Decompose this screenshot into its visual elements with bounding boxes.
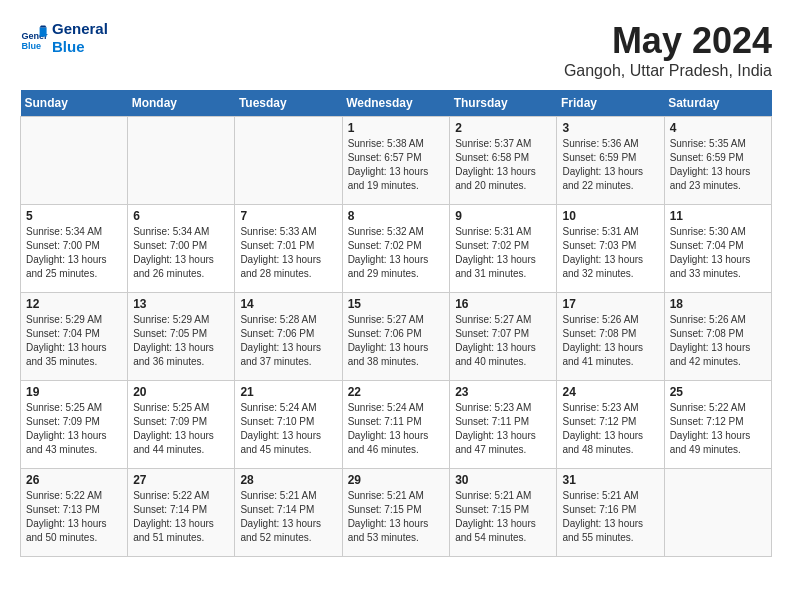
- page-header: General Blue General Blue May 2024 Gango…: [20, 20, 772, 80]
- day-number: 10: [562, 209, 658, 223]
- day-info: Sunrise: 5:21 AM Sunset: 7:14 PM Dayligh…: [240, 489, 336, 545]
- day-info: Sunrise: 5:33 AM Sunset: 7:01 PM Dayligh…: [240, 225, 336, 281]
- calendar-cell: 30Sunrise: 5:21 AM Sunset: 7:15 PM Dayli…: [450, 469, 557, 557]
- day-info: Sunrise: 5:38 AM Sunset: 6:57 PM Dayligh…: [348, 137, 445, 193]
- calendar-cell: 11Sunrise: 5:30 AM Sunset: 7:04 PM Dayli…: [664, 205, 771, 293]
- calendar-cell: [128, 117, 235, 205]
- calendar-cell: 6Sunrise: 5:34 AM Sunset: 7:00 PM Daylig…: [128, 205, 235, 293]
- calendar-cell: 27Sunrise: 5:22 AM Sunset: 7:14 PM Dayli…: [128, 469, 235, 557]
- calendar-week-row: 5Sunrise: 5:34 AM Sunset: 7:00 PM Daylig…: [21, 205, 772, 293]
- day-info: Sunrise: 5:32 AM Sunset: 7:02 PM Dayligh…: [348, 225, 445, 281]
- calendar-cell: 12Sunrise: 5:29 AM Sunset: 7:04 PM Dayli…: [21, 293, 128, 381]
- day-number: 23: [455, 385, 551, 399]
- calendar-cell: 18Sunrise: 5:26 AM Sunset: 7:08 PM Dayli…: [664, 293, 771, 381]
- day-info: Sunrise: 5:28 AM Sunset: 7:06 PM Dayligh…: [240, 313, 336, 369]
- calendar-cell: 21Sunrise: 5:24 AM Sunset: 7:10 PM Dayli…: [235, 381, 342, 469]
- day-number: 3: [562, 121, 658, 135]
- calendar-cell: 10Sunrise: 5:31 AM Sunset: 7:03 PM Dayli…: [557, 205, 664, 293]
- day-number: 15: [348, 297, 445, 311]
- svg-text:Blue: Blue: [21, 41, 41, 51]
- logo: General Blue General Blue: [20, 20, 108, 56]
- day-number: 19: [26, 385, 122, 399]
- calendar-week-row: 12Sunrise: 5:29 AM Sunset: 7:04 PM Dayli…: [21, 293, 772, 381]
- day-number: 22: [348, 385, 445, 399]
- day-number: 12: [26, 297, 122, 311]
- day-number: 7: [240, 209, 336, 223]
- day-info: Sunrise: 5:29 AM Sunset: 7:05 PM Dayligh…: [133, 313, 229, 369]
- calendar-header-row: SundayMondayTuesdayWednesdayThursdayFrid…: [21, 90, 772, 117]
- header-wednesday: Wednesday: [342, 90, 450, 117]
- day-info: Sunrise: 5:27 AM Sunset: 7:07 PM Dayligh…: [455, 313, 551, 369]
- day-info: Sunrise: 5:34 AM Sunset: 7:00 PM Dayligh…: [26, 225, 122, 281]
- day-info: Sunrise: 5:22 AM Sunset: 7:12 PM Dayligh…: [670, 401, 766, 457]
- day-info: Sunrise: 5:22 AM Sunset: 7:14 PM Dayligh…: [133, 489, 229, 545]
- day-number: 27: [133, 473, 229, 487]
- calendar-cell: 4Sunrise: 5:35 AM Sunset: 6:59 PM Daylig…: [664, 117, 771, 205]
- day-info: Sunrise: 5:26 AM Sunset: 7:08 PM Dayligh…: [562, 313, 658, 369]
- calendar-cell: [21, 117, 128, 205]
- calendar-week-row: 1Sunrise: 5:38 AM Sunset: 6:57 PM Daylig…: [21, 117, 772, 205]
- logo-icon: General Blue: [20, 24, 48, 52]
- calendar-cell: 13Sunrise: 5:29 AM Sunset: 7:05 PM Dayli…: [128, 293, 235, 381]
- day-info: Sunrise: 5:22 AM Sunset: 7:13 PM Dayligh…: [26, 489, 122, 545]
- day-info: Sunrise: 5:24 AM Sunset: 7:11 PM Dayligh…: [348, 401, 445, 457]
- day-number: 6: [133, 209, 229, 223]
- svg-marker-3: [40, 25, 47, 27]
- calendar-cell: 24Sunrise: 5:23 AM Sunset: 7:12 PM Dayli…: [557, 381, 664, 469]
- calendar-cell: 28Sunrise: 5:21 AM Sunset: 7:14 PM Dayli…: [235, 469, 342, 557]
- calendar-cell: 16Sunrise: 5:27 AM Sunset: 7:07 PM Dayli…: [450, 293, 557, 381]
- day-number: 11: [670, 209, 766, 223]
- location-subtitle: Gangoh, Uttar Pradesh, India: [564, 62, 772, 80]
- day-number: 14: [240, 297, 336, 311]
- calendar-cell: 2Sunrise: 5:37 AM Sunset: 6:58 PM Daylig…: [450, 117, 557, 205]
- calendar-week-row: 19Sunrise: 5:25 AM Sunset: 7:09 PM Dayli…: [21, 381, 772, 469]
- calendar-cell: 7Sunrise: 5:33 AM Sunset: 7:01 PM Daylig…: [235, 205, 342, 293]
- day-info: Sunrise: 5:31 AM Sunset: 7:03 PM Dayligh…: [562, 225, 658, 281]
- calendar-cell: [664, 469, 771, 557]
- day-number: 2: [455, 121, 551, 135]
- day-info: Sunrise: 5:27 AM Sunset: 7:06 PM Dayligh…: [348, 313, 445, 369]
- day-info: Sunrise: 5:34 AM Sunset: 7:00 PM Dayligh…: [133, 225, 229, 281]
- calendar-cell: [235, 117, 342, 205]
- header-sunday: Sunday: [21, 90, 128, 117]
- day-number: 20: [133, 385, 229, 399]
- day-number: 1: [348, 121, 445, 135]
- day-info: Sunrise: 5:36 AM Sunset: 6:59 PM Dayligh…: [562, 137, 658, 193]
- calendar-cell: 5Sunrise: 5:34 AM Sunset: 7:00 PM Daylig…: [21, 205, 128, 293]
- day-info: Sunrise: 5:23 AM Sunset: 7:11 PM Dayligh…: [455, 401, 551, 457]
- calendar-week-row: 26Sunrise: 5:22 AM Sunset: 7:13 PM Dayli…: [21, 469, 772, 557]
- day-info: Sunrise: 5:37 AM Sunset: 6:58 PM Dayligh…: [455, 137, 551, 193]
- day-number: 5: [26, 209, 122, 223]
- logo-text-blue: Blue: [52, 38, 108, 56]
- day-number: 25: [670, 385, 766, 399]
- day-info: Sunrise: 5:21 AM Sunset: 7:15 PM Dayligh…: [348, 489, 445, 545]
- day-number: 16: [455, 297, 551, 311]
- day-info: Sunrise: 5:29 AM Sunset: 7:04 PM Dayligh…: [26, 313, 122, 369]
- calendar-cell: 9Sunrise: 5:31 AM Sunset: 7:02 PM Daylig…: [450, 205, 557, 293]
- title-block: May 2024 Gangoh, Uttar Pradesh, India: [564, 20, 772, 80]
- day-info: Sunrise: 5:35 AM Sunset: 6:59 PM Dayligh…: [670, 137, 766, 193]
- day-number: 18: [670, 297, 766, 311]
- calendar-cell: 31Sunrise: 5:21 AM Sunset: 7:16 PM Dayli…: [557, 469, 664, 557]
- day-number: 31: [562, 473, 658, 487]
- svg-marker-2: [40, 28, 47, 37]
- calendar-cell: 29Sunrise: 5:21 AM Sunset: 7:15 PM Dayli…: [342, 469, 450, 557]
- calendar-cell: 19Sunrise: 5:25 AM Sunset: 7:09 PM Dayli…: [21, 381, 128, 469]
- day-number: 30: [455, 473, 551, 487]
- day-info: Sunrise: 5:30 AM Sunset: 7:04 PM Dayligh…: [670, 225, 766, 281]
- day-number: 9: [455, 209, 551, 223]
- day-info: Sunrise: 5:25 AM Sunset: 7:09 PM Dayligh…: [26, 401, 122, 457]
- calendar-cell: 15Sunrise: 5:27 AM Sunset: 7:06 PM Dayli…: [342, 293, 450, 381]
- calendar-cell: 23Sunrise: 5:23 AM Sunset: 7:11 PM Dayli…: [450, 381, 557, 469]
- month-year-title: May 2024: [564, 20, 772, 62]
- day-number: 4: [670, 121, 766, 135]
- header-thursday: Thursday: [450, 90, 557, 117]
- calendar-cell: 20Sunrise: 5:25 AM Sunset: 7:09 PM Dayli…: [128, 381, 235, 469]
- day-number: 21: [240, 385, 336, 399]
- day-number: 28: [240, 473, 336, 487]
- day-info: Sunrise: 5:21 AM Sunset: 7:15 PM Dayligh…: [455, 489, 551, 545]
- calendar-table: SundayMondayTuesdayWednesdayThursdayFrid…: [20, 90, 772, 557]
- day-info: Sunrise: 5:25 AM Sunset: 7:09 PM Dayligh…: [133, 401, 229, 457]
- day-info: Sunrise: 5:23 AM Sunset: 7:12 PM Dayligh…: [562, 401, 658, 457]
- day-number: 17: [562, 297, 658, 311]
